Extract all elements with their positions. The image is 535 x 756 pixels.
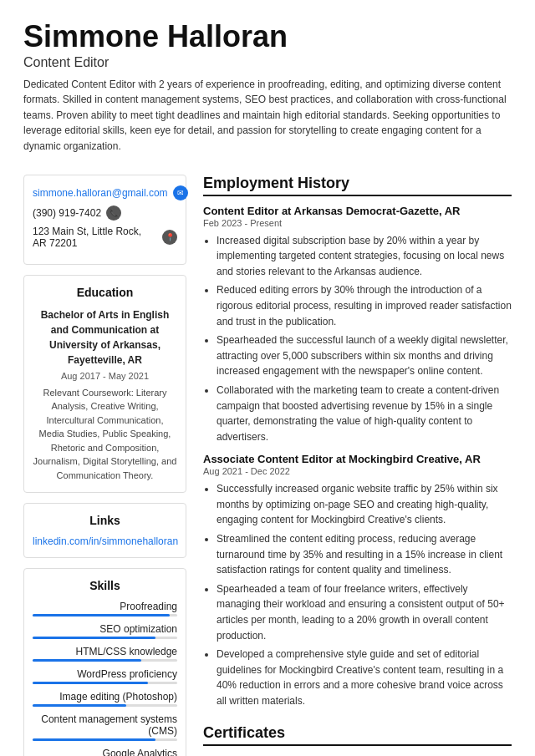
job-item: Associate Content Editor at Mockingbird … [203, 453, 512, 708]
email-link[interactable]: simmone.halloran@gmail.com [33, 187, 168, 199]
skill-name: Image editing (Photoshop) [33, 691, 177, 703]
education-dates: Aug 2017 - May 2021 [33, 371, 177, 381]
job-bullet: Spearheaded a team of four freelance wri… [217, 581, 512, 643]
skill-item: Image editing (Photoshop) [33, 691, 177, 707]
skill-bar-fill [33, 682, 148, 684]
job-dates: Feb 2023 - Present [203, 218, 512, 228]
job-bullet: Collaborated with the marketing team to … [217, 383, 512, 444]
skill-name: HTML/CSS knowledge [33, 646, 177, 657]
contact-section: simmone.halloran@gmail.com ✉ (390) 919-7… [23, 175, 186, 265]
candidate-name: Simmone Halloran [23, 20, 512, 53]
job-bullet: Spearheaded the successful launch of a w… [217, 332, 512, 379]
phone-text: (390) 919-7402 [33, 207, 101, 219]
skill-bar-fill [33, 704, 126, 707]
phone-row: (390) 919-7402 📞 [33, 205, 177, 221]
education-label: Education [33, 286, 177, 299]
skill-bar-fill [33, 637, 155, 639]
employment-section: Employment History Content Editor at Ark… [203, 175, 512, 709]
education-coursework: Relevant Coursework: Literary Analysis, … [33, 386, 177, 483]
job-title: Associate Content Editor at Mockingbird … [203, 453, 512, 465]
skill-name: Proofreading [33, 601, 177, 612]
skill-bar-background [33, 704, 177, 707]
candidate-summary: Dedicated Content Editor with 2 years of… [23, 77, 512, 155]
job-bullet: Successfully increased organic website t… [217, 481, 512, 528]
left-column: simmone.halloran@gmail.com ✉ (390) 919-7… [23, 175, 186, 756]
job-item: Content Editor at Arkansas Democrat-Gaze… [203, 205, 512, 445]
job-bullet: Reduced editing errors by 30% through th… [217, 282, 512, 329]
location-icon: 📍 [162, 230, 177, 245]
skills-section: Skills Proofreading SEO optimization HTM… [23, 568, 186, 756]
job-dates: Aug 2021 - Dec 2022 [203, 466, 512, 476]
skill-bar-fill [33, 614, 170, 616]
certificates-label: Certificates [203, 724, 512, 746]
job-title: Content Editor at Arkansas Democrat-Gaze… [203, 205, 512, 217]
job-bullets-list: Successfully increased organic website t… [203, 481, 512, 708]
job-bullets-list: Increased digital subscription base by 2… [203, 233, 512, 445]
email-icon: ✉ [173, 185, 188, 200]
resume-page: Simmone Halloran Content Editor Dedicate… [0, 0, 535, 756]
skill-bar-background [33, 659, 177, 662]
skill-name: Content management systems (CMS) [33, 713, 177, 737]
jobs-list: Content Editor at Arkansas Democrat-Gaze… [203, 205, 512, 709]
skills-label: Skills [33, 579, 177, 592]
job-bullet: Increased digital subscription base by 2… [217, 233, 512, 280]
right-column: Employment History Content Editor at Ark… [203, 175, 512, 756]
skill-name: Google Analytics [33, 748, 177, 756]
address-row: 123 Main St, Little Rock, AR 72201 📍 [33, 226, 177, 249]
phone-icon: 📞 [106, 205, 121, 221]
skill-item: WordPress proficiency [33, 668, 177, 684]
linkedin-link[interactable]: linkedin.com/in/simmonehalloran [33, 535, 177, 547]
header-section: Simmone Halloran Content Editor Dedicate… [23, 20, 512, 155]
address-text: 123 Main St, Little Rock, AR 72201 [33, 226, 157, 249]
links-label: Links [33, 514, 177, 527]
skill-bar-background [33, 682, 177, 684]
education-degree: Bachelor of Arts in English and Communic… [33, 307, 177, 368]
skill-bar-background [33, 738, 177, 741]
skills-list: Proofreading SEO optimization HTML/CSS k… [33, 601, 177, 756]
skill-name: SEO optimization [33, 623, 177, 635]
skill-item: Content management systems (CMS) [33, 713, 177, 741]
skill-bar-background [33, 614, 177, 616]
certificates-section: Certificates Society for Editors and Pro… [203, 724, 512, 756]
education-section: Education Bachelor of Arts in English an… [23, 275, 186, 494]
candidate-title: Content Editor [23, 55, 512, 70]
email-row: simmone.halloran@gmail.com ✉ [33, 185, 177, 200]
skill-bar-fill [33, 659, 141, 662]
skill-item: Proofreading [33, 601, 177, 616]
links-section: Links linkedin.com/in/simmonehalloran [23, 503, 186, 558]
job-bullet: Streamlined the content editing process,… [217, 531, 512, 578]
skill-item: SEO optimization [33, 623, 177, 639]
skill-bar-fill [33, 738, 155, 741]
main-layout: simmone.halloran@gmail.com ✉ (390) 919-7… [23, 175, 512, 756]
job-bullet: Developed a comprehensive style guide an… [217, 647, 512, 708]
skill-item: Google Analytics [33, 748, 177, 756]
employment-label: Employment History [203, 175, 512, 196]
skill-item: HTML/CSS knowledge [33, 646, 177, 662]
skill-bar-background [33, 637, 177, 639]
skill-name: WordPress proficiency [33, 668, 177, 680]
